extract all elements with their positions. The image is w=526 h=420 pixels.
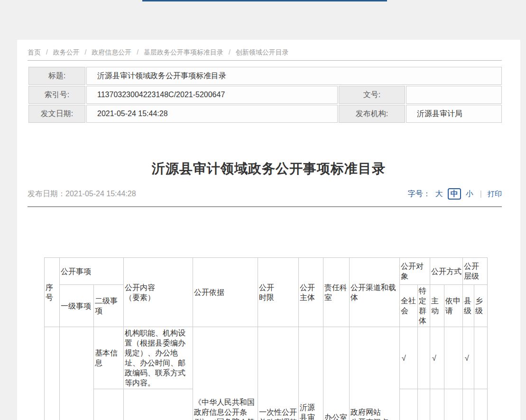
document-info-table: 标题: 沂源县审计领域政务公开事项标准目录 索引号: 1137032300422…: [28, 66, 503, 124]
header-basis: 公开依据: [193, 258, 258, 327]
check-request: [444, 327, 463, 389]
breadcrumb-separator: /: [85, 48, 87, 56]
info-row-date: 发文日期: 2021-05-24 15:44:28 发布机构: 沂源县审计局: [28, 105, 502, 123]
font-size-large-button[interactable]: 大: [434, 189, 444, 199]
catalog-body-row-1: 基本信息 机构职能、机构设置（根据县委编办规定）、办公地址、办公时间、邮政编码、…: [45, 327, 488, 389]
check-township: [474, 327, 488, 389]
header-seq: 序号: [45, 258, 60, 327]
header-group: 特定群体: [418, 285, 430, 327]
breadcrumb-separator: /: [137, 48, 138, 56]
header-county: 县级: [463, 285, 474, 327]
cell-content: 内设机构及下属单位设置、职能、办公地址、办公时间、联系方式、负责人姓名等内容。: [124, 389, 193, 420]
issue-date-label: 发文日期:: [28, 105, 85, 123]
top-nav-bar: [142, 0, 387, 1]
tools-separator: |: [480, 190, 482, 198]
article-meta-row: 发布日期：2021-05-24 15:44:28 字号： 大 中 小 | 打印: [28, 188, 502, 200]
index-number-value: 11370323004223148C/2021-5200647: [86, 86, 338, 104]
check-county: √: [463, 327, 474, 389]
header-level: 公开层级: [463, 258, 488, 285]
publish-date: 发布日期：2021-05-24 15:44:28: [28, 189, 136, 199]
check-county: √: [463, 389, 474, 420]
header-content: 公开内容 （要素）: [124, 258, 193, 327]
breadcrumb-xxgk[interactable]: 政府信息公开: [92, 48, 131, 56]
issuing-org-value: 沂源县审计局: [406, 105, 502, 123]
header-level2: 二级事项: [94, 285, 124, 327]
cell-subject: 沂源县审计局: [299, 327, 323, 420]
meta-divider: [28, 206, 502, 207]
breadcrumb-separator: /: [46, 48, 48, 56]
font-size-small-button[interactable]: 小: [465, 189, 474, 199]
breadcrumb: 首页 / 政务公开 / 政府信息公开 / 基层政务公开事项标准目录 / 创新领域…: [28, 47, 502, 57]
check-group: [418, 389, 430, 420]
check-township: [474, 389, 488, 420]
doc-number-value: [406, 86, 502, 104]
cell-level2: 基本信息: [94, 327, 124, 389]
cell-time-limit: 一次性公开并动态调整: [258, 327, 299, 420]
print-button[interactable]: 打印: [488, 190, 502, 199]
issuing-org-label: 发布机构:: [339, 105, 405, 123]
header-time-limit: 公开 时限: [258, 258, 299, 327]
check-active: √: [430, 327, 444, 389]
check-society: √: [400, 389, 418, 420]
font-size-medium-button[interactable]: 中: [448, 188, 461, 200]
header-target: 公开对象: [400, 258, 430, 285]
header-method: 公开方式: [430, 258, 463, 285]
font-size-label: 字号：: [408, 189, 431, 199]
header-society: 全社会: [400, 285, 418, 327]
cell-content: 机构职能、机构设置（根据县委编办规定）、办公地址、办公时间、邮政编码、联系方式等…: [124, 327, 193, 389]
title-label: 标题:: [28, 67, 85, 85]
catalog-header-row-1: 序号 公开事项 公开内容 （要素） 公开依据 公开 时限 公开 主体 责任科室 …: [45, 258, 488, 285]
breadcrumb-current[interactable]: 创新领域公开目录: [236, 48, 289, 56]
issue-date-value: 2021-05-24 15:44:28: [86, 105, 338, 123]
breadcrumb-zwgk[interactable]: 政务公开: [53, 48, 80, 56]
article-tools: 字号： 大 中 小 | 打印: [408, 188, 502, 200]
header-request: 依申请: [444, 285, 463, 327]
index-number-label: 索引号:: [28, 86, 85, 104]
doc-number-label: 文号:: [339, 86, 405, 104]
publish-date-value: 2021-05-24 15:44:28: [65, 190, 136, 198]
cell-channel: 政府网站 公开查阅点: [350, 327, 400, 420]
breadcrumb-separator: /: [229, 48, 231, 56]
header-department: 责任科室: [323, 258, 350, 327]
header-subject: 公开 主体: [299, 258, 323, 327]
content-card: 首页 / 政务公开 / 政府信息公开 / 基层政务公开事项标准目录 / 创新领域…: [17, 40, 520, 420]
header-matter: 公开事项: [60, 258, 124, 285]
check-group: [418, 327, 430, 389]
page: { "page": { "background": "#f0f0f0", "to…: [0, 0, 526, 420]
check-active: √: [430, 389, 444, 420]
info-row-title: 标题: 沂源县审计领域政务公开事项标准目录: [28, 67, 502, 85]
header-level1: 一级事项: [60, 285, 94, 327]
title-value: 沂源县审计领域政务公开事项标准目录: [86, 67, 502, 85]
header-township: 乡级: [474, 285, 488, 327]
breadcrumb-catalog[interactable]: 基层政务公开事项标准目录: [144, 48, 223, 56]
breadcrumb-divider: [28, 60, 502, 61]
publish-date-label: 发布日期：: [28, 190, 65, 198]
page-title: 沂源县审计领域政务公开事项标准目录: [17, 159, 520, 178]
check-society: √: [400, 327, 418, 389]
header-channel: 公开渠道和载体: [350, 258, 400, 327]
header-active: 主动: [430, 285, 444, 327]
info-row-index: 索引号: 11370323004223148C/2021-5200647 文号:: [28, 86, 502, 104]
catalog-table: 序号 公开事项 公开内容 （要素） 公开依据 公开 时限 公开 主体 责任科室 …: [44, 257, 488, 420]
breadcrumb-home[interactable]: 首页: [28, 48, 41, 56]
cell-department: 办公室: [323, 327, 350, 420]
cell-basis: 《中华人民共和国政府信息公开条例》（国务院令第711号）: [193, 327, 258, 420]
check-request: [444, 389, 463, 420]
cell-seq: [45, 327, 60, 420]
cell-level1: [60, 327, 94, 420]
cell-level2: 内设机构及下属事业单位: [94, 389, 124, 420]
